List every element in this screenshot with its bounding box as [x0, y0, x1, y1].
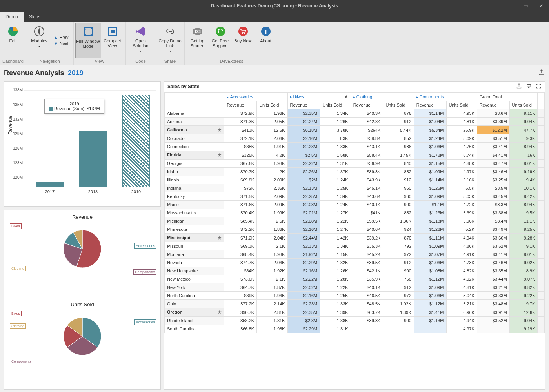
- grid-filter-icon[interactable]: [526, 83, 532, 90]
- vs-icon: [135, 25, 147, 38]
- svg-text:i: i: [265, 27, 267, 35]
- table-row[interactable]: Maine$71.6K2.09K$2.08M1.24K$40.1K900$1.1…: [165, 201, 545, 209]
- table-row[interactable]: Rhode Island$58.2K1.81K$2.3M1.38K$39.3K9…: [165, 317, 545, 325]
- expand-icon: [82, 25, 95, 38]
- ribbon-tabstrip: Demo Skins: [0, 12, 549, 22]
- tab-skins[interactable]: Skins: [24, 12, 46, 22]
- table-row[interactable]: Oregon★$90.7K2.81K$2.35M1.39K$63.7K1.39K…: [165, 308, 545, 317]
- svg-point-13: [530, 86, 531, 87]
- star-icon: ★: [218, 310, 222, 315]
- get-free-support-button[interactable]: Get Free Support: [209, 23, 232, 58]
- table-row[interactable]: Idaho$70.7K2K$2.26M1.37K$39.3K852$1.09M4…: [165, 168, 545, 176]
- table-row[interactable]: New Mexico$73.6K2.1K$2.22M1.28K$35.9K768…: [165, 275, 545, 283]
- pie-label-components: Components: [10, 359, 33, 364]
- table-row[interactable]: Florida★$125K4.2K$2.5M1.58K$58.4K1.45K$1…: [165, 151, 545, 160]
- pie-label-accessories: Accessories: [134, 243, 156, 249]
- svg-point-8: [238, 27, 248, 36]
- open-solution-button[interactable]: Open Solution▾: [127, 23, 154, 58]
- table-row[interactable]: Missouri$69.3K2.1K$2.33M1.34K$35.3K792$1…: [165, 242, 545, 250]
- revenue-bar-chart[interactable]: Revenue 120M123M126M129M132M135M138M2017…: [4, 81, 161, 207]
- page-year: 2019: [68, 69, 84, 77]
- info-icon: i: [260, 25, 272, 38]
- triangle-down-icon: ▼: [54, 41, 58, 46]
- window-title: Dashboard Features Demo (CS code) - Reve…: [211, 3, 338, 9]
- col-group-accessories[interactable]: ▸Accessories: [224, 93, 287, 101]
- table-row[interactable]: Colorado$72.1K2.06K$2.16M1.3K$39.8K852$1…: [165, 134, 545, 143]
- table-row[interactable]: Alabama$72.9K1.96K$2.35M1.34K$40.3K876$1…: [165, 109, 545, 118]
- pie-label-clothing: Clothing: [10, 323, 26, 329]
- compact-view-button[interactable]: Compact View: [101, 23, 124, 58]
- col-group-bikes[interactable]: ▸Bikes★: [287, 93, 351, 101]
- grid-export-icon[interactable]: [516, 83, 522, 90]
- bar-2019[interactable]: [122, 95, 150, 187]
- table-row[interactable]: Michigan$85.4K2.6K$2.08M1.22K$59.5K1.36K…: [165, 217, 545, 225]
- grid-title: Sales by State: [167, 84, 199, 89]
- link-icon: [164, 25, 176, 38]
- table-row[interactable]: Minnesota$72.2K1.86K$2.16M1.27K$40.6K924…: [165, 225, 545, 234]
- cart-icon: [237, 25, 249, 38]
- svg-point-10: [244, 33, 245, 34]
- pie-label-accessories: Accessories: [134, 319, 156, 325]
- next-button[interactable]: ▼ Next: [54, 41, 69, 46]
- pie-edit-icon: [7, 25, 19, 38]
- table-row[interactable]: Massachusetts$70.4K1.99K$2.01M1.27K$41K8…: [165, 209, 545, 217]
- table-row[interactable]: South Carolina$66.8K1.98K$2.29M1.31K4.97…: [165, 325, 545, 333]
- table-row[interactable]: Illinois$69.8K2.09K$2M1.24K$43.9K912$1.1…: [165, 176, 545, 184]
- export-icon[interactable]: [538, 69, 545, 77]
- star-icon: ★: [218, 235, 222, 240]
- svg-point-7: [216, 27, 225, 36]
- col-grand-total: Grand Total: [477, 93, 538, 101]
- svg-marker-6: [136, 27, 145, 36]
- edit-button[interactable]: Edit: [2, 23, 24, 58]
- table-row[interactable]: Ohio$77.2K2.14K$2.23M1.33K$48.5K1.02K$1.…: [165, 300, 545, 308]
- getting-started-button[interactable]: 123 Getting Started: [186, 23, 209, 58]
- support-icon: [214, 25, 227, 38]
- star-icon: ★: [218, 152, 222, 158]
- buy-now-button[interactable]: Buy Now: [232, 23, 255, 58]
- sales-by-state-grid: Sales by State: [164, 81, 545, 390]
- star-icon: ★: [344, 94, 348, 99]
- table-row[interactable]: Arizona$71.3K2.05K$2.24M1.26K$42.8K912$1…: [165, 118, 545, 126]
- bar-2018[interactable]: [79, 131, 107, 187]
- table-row[interactable]: Montana$68.4K1.98K$1.92M1.15K$45.2K972$1…: [165, 250, 545, 259]
- table-row[interactable]: Kentucky$71.5K2.09K$2.25M1.34K$43.6K960$…: [165, 192, 545, 201]
- modules-button[interactable]: Modules▾: [28, 23, 51, 58]
- svg-marker-2: [38, 27, 40, 35]
- badge-123-icon: 123: [191, 25, 204, 38]
- chart-tooltip: 2019 Revenue (Sum): $137M: [44, 99, 104, 114]
- table-row[interactable]: Nevada$74.7K2.06K$2.29M1.32K$39.5K912$1.…: [165, 259, 545, 267]
- compact-icon: [106, 25, 119, 38]
- table-row[interactable]: New York$64.7K1.87K$2.02M1.22K$40.1K912$…: [165, 283, 545, 292]
- compass-icon: [33, 25, 45, 38]
- col-group-clothing[interactable]: ▸Clothing: [351, 93, 414, 101]
- bar-2017[interactable]: [36, 182, 64, 187]
- grid-maximize-icon[interactable]: [536, 83, 542, 90]
- table-row[interactable]: North Carolina$69K1.96K$2.16M1.25K$46.5K…: [165, 292, 545, 300]
- maximize-button[interactable]: ▭: [518, 0, 533, 12]
- full-window-mode-button[interactable]: Full-Window Mode: [75, 23, 101, 58]
- page-title: Revenue Analysis: [4, 69, 64, 77]
- close-button[interactable]: ✕: [533, 0, 549, 12]
- about-button[interactable]: i About: [255, 23, 277, 58]
- svg-point-9: [242, 33, 243, 34]
- svg-rect-5: [111, 30, 115, 33]
- tab-demo[interactable]: Demo: [0, 12, 24, 22]
- triangle-up-icon: ▲: [54, 35, 58, 40]
- star-icon: ★: [218, 127, 222, 132]
- table-row[interactable]: Connecticut$68K1.91K$2.23M1.33K$43.1K936…: [165, 143, 545, 151]
- pie-label-bikes: Bikes: [10, 311, 22, 316]
- prev-button[interactable]: ▲ Prev: [54, 35, 69, 40]
- table-row[interactable]: California★$413K12.6K$6.18M3.78K$264K5.4…: [165, 126, 545, 134]
- table-row[interactable]: Indiana$72K2.36K$2.13M1.25K$45.1K960$1.2…: [165, 184, 545, 192]
- minimize-button[interactable]: ―: [502, 0, 518, 12]
- pie-label-clothing: Clothing: [10, 266, 26, 271]
- titlebar: Dashboard Features Demo (CS code) - Reve…: [0, 0, 549, 12]
- copy-demo-link-button[interactable]: Copy Demo Link▾: [158, 23, 183, 58]
- col-group-components[interactable]: ▸Components: [414, 93, 477, 101]
- table-row[interactable]: Mississippi★$71.2K2.04K$2.44M1.42K$39.2K…: [165, 234, 545, 242]
- revenue-pie-charts[interactable]: Revenue BikesComponentsAccessoriesClothi…: [4, 210, 161, 390]
- table-row[interactable]: New Hampshire$64K1.92K$2.16M1.26K$42.1K9…: [165, 267, 545, 275]
- ribbon: Edit Dashboard Modules▾ ▲ Prev ▼ Next Na…: [0, 22, 549, 65]
- table-row[interactable]: Georgia$67.6K1.98K$2.22M1.31K$36.9K840$1…: [165, 160, 545, 168]
- pie-label-bikes: Bikes: [10, 223, 22, 229]
